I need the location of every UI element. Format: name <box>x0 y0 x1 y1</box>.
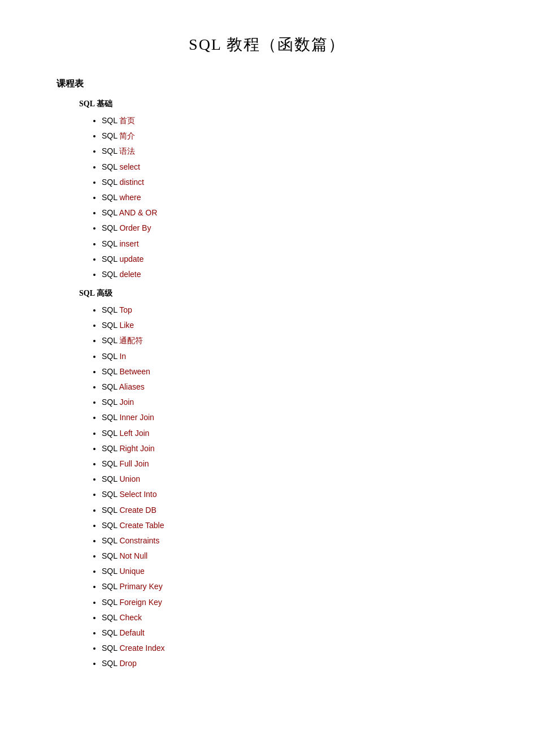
link-label: Check <box>119 613 142 622</box>
list-item: SQL 通配符 <box>102 334 489 348</box>
toc-link[interactable]: SQL Create Index <box>102 643 165 653</box>
list-item: SQL Join <box>102 395 489 409</box>
toc-link[interactable]: SQL In <box>102 352 126 361</box>
sql-prefix: SQL <box>102 208 119 217</box>
toc-link[interactable]: SQL AND & OR <box>102 208 157 217</box>
list-item: SQL 语法 <box>102 144 489 158</box>
toc-link[interactable]: SQL Like <box>102 321 134 330</box>
sql-prefix: SQL <box>102 223 119 232</box>
toc-link[interactable]: SQL Left Join <box>102 429 149 438</box>
toc-link[interactable]: SQL where <box>102 193 141 202</box>
list-item: SQL select <box>102 160 489 174</box>
link-label: Full Join <box>119 459 149 468</box>
list-item: SQL Constraints <box>102 534 489 548</box>
toc-link[interactable]: SQL Right Join <box>102 444 155 453</box>
link-label: Join <box>119 398 134 407</box>
list-item: SQL 首页 <box>102 114 489 128</box>
toc-link[interactable]: SQL Create Table <box>102 521 164 530</box>
link-label: Top <box>119 305 132 314</box>
link-label: Like <box>119 321 134 330</box>
toc-link[interactable]: SQL insert <box>102 239 139 248</box>
toc-link[interactable]: SQL Inner Join <box>102 413 154 422</box>
sql-prefix: SQL <box>102 643 119 653</box>
sql-prefix: SQL <box>102 506 119 515</box>
link-label: 简介 <box>119 131 135 140</box>
toc-link[interactable]: SQL distinct <box>102 178 144 187</box>
list-item: SQL Unique <box>102 564 489 578</box>
sql-prefix: SQL <box>102 474 119 483</box>
link-label: Drop <box>119 659 136 668</box>
link-label: Select Into <box>119 490 157 499</box>
link-label: Unique <box>119 567 144 576</box>
link-label: distinct <box>119 178 144 187</box>
list-item: SQL insert <box>102 237 489 251</box>
list-item: SQL Inner Join <box>102 411 489 425</box>
list-item: SQL Create DB <box>102 503 489 517</box>
sql-prefix: SQL <box>102 536 119 545</box>
toc-link[interactable]: SQL Create DB <box>102 506 157 515</box>
toc-link[interactable]: SQL delete <box>102 270 141 279</box>
page-container: SQL 教程（函数篇） 课程表 SQL 基础SQL 首页SQL 简介SQL 语法… <box>0 0 534 756</box>
toc-link[interactable]: SQL Join <box>102 398 134 407</box>
list-item: SQL Foreign Key <box>102 595 489 610</box>
list-item: SQL Primary Key <box>102 580 489 594</box>
list-item: SQL Create Table <box>102 519 489 533</box>
section-heading-basic: SQL 基础 <box>79 99 489 109</box>
toc-link[interactable]: SQL 语法 <box>102 146 135 155</box>
list-item: SQL where <box>102 191 489 205</box>
sql-prefix: SQL <box>102 336 119 345</box>
link-label: Create DB <box>119 506 156 515</box>
sql-prefix: SQL <box>102 398 119 407</box>
sql-prefix: SQL <box>102 146 119 155</box>
toc-link[interactable]: SQL 通配符 <box>102 336 143 345</box>
link-label: Create Index <box>119 643 164 653</box>
toc-link[interactable]: SQL Order By <box>102 223 151 232</box>
toc-link[interactable]: SQL Foreign Key <box>102 598 162 607</box>
sql-prefix: SQL <box>102 413 119 422</box>
list-item: SQL update <box>102 252 489 266</box>
list-item: SQL AND & OR <box>102 206 489 220</box>
toc-link[interactable]: SQL Default <box>102 628 145 637</box>
link-label: AND & OR <box>119 208 158 217</box>
toc-link[interactable]: SQL Full Join <box>102 459 149 468</box>
sql-prefix: SQL <box>102 521 119 530</box>
toc-list-advanced: SQL TopSQL LikeSQL 通配符SQL InSQL BetweenS… <box>102 303 489 671</box>
toc-link[interactable]: SQL Top <box>102 305 132 314</box>
toc-link[interactable]: SQL Constraints <box>102 536 159 545</box>
link-label: where <box>119 193 141 202</box>
list-item: SQL Drop <box>102 656 489 671</box>
link-label: Aliases <box>119 382 145 391</box>
sql-prefix: SQL <box>102 131 119 140</box>
link-label: Constraints <box>119 536 159 545</box>
toc-link[interactable]: SQL Between <box>102 367 150 376</box>
toc-link[interactable]: SQL Drop <box>102 659 137 668</box>
toc-heading: 课程表 <box>57 78 489 90</box>
list-item: SQL Create Index <box>102 641 489 655</box>
link-label: Right Join <box>119 444 154 453</box>
link-label: Foreign Key <box>119 598 162 607</box>
sql-prefix: SQL <box>102 598 119 607</box>
link-label: Create Table <box>119 521 164 530</box>
sql-prefix: SQL <box>102 382 119 391</box>
sql-prefix: SQL <box>102 352 119 361</box>
toc-content: SQL 基础SQL 首页SQL 简介SQL 语法SQL selectSQL di… <box>45 99 489 671</box>
toc-link[interactable]: SQL Select Into <box>102 490 157 499</box>
toc-link[interactable]: SQL Aliases <box>102 382 145 391</box>
list-item: SQL Top <box>102 303 489 317</box>
list-item: SQL distinct <box>102 175 489 189</box>
link-label: Union <box>119 474 140 483</box>
toc-link[interactable]: SQL Union <box>102 474 140 483</box>
toc-link[interactable]: SQL update <box>102 254 144 263</box>
link-label: Between <box>119 367 150 376</box>
sql-prefix: SQL <box>102 270 119 279</box>
toc-link[interactable]: SQL Primary Key <box>102 582 163 591</box>
list-item: SQL Full Join <box>102 457 489 471</box>
toc-link[interactable]: SQL Unique <box>102 567 145 576</box>
toc-link[interactable]: SQL Check <box>102 613 142 622</box>
link-label: In <box>119 352 126 361</box>
toc-link[interactable]: SQL 首页 <box>102 116 135 125</box>
toc-link[interactable]: SQL Not Null <box>102 551 147 560</box>
list-item: SQL Not Null <box>102 549 489 563</box>
toc-link[interactable]: SQL 简介 <box>102 131 135 140</box>
toc-link[interactable]: SQL select <box>102 162 140 171</box>
